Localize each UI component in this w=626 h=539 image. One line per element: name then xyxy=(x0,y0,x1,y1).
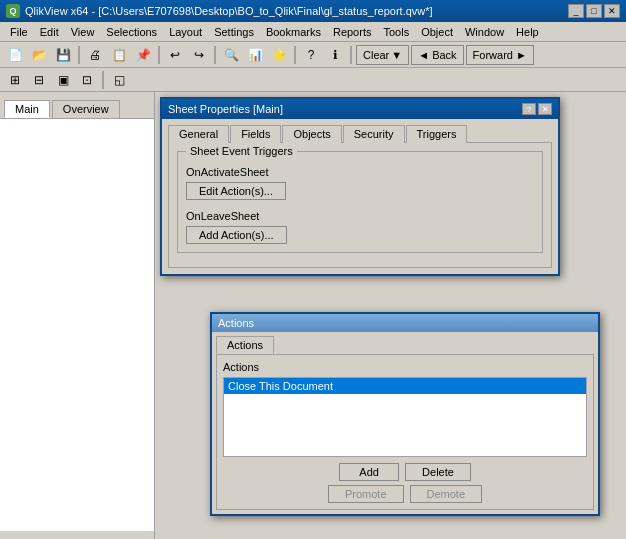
chart-btn[interactable]: 📊 xyxy=(244,45,266,65)
actions-inner-tabs: Actions xyxy=(216,336,594,354)
promote-button[interactable]: Promote xyxy=(328,485,404,503)
maximize-btn[interactable]: □ xyxy=(586,4,602,18)
menu-tools[interactable]: Tools xyxy=(377,25,415,39)
actions-title: Actions xyxy=(212,314,598,332)
toolbar-1: 📄 📂 💾 🖨 📋 📌 ↩ ↪ 🔍 📊 ⭐ ? ℹ Clear ▼ ◄ Back… xyxy=(0,42,626,68)
menu-layout[interactable]: Layout xyxy=(163,25,208,39)
tb2-btn3[interactable]: ▣ xyxy=(52,70,74,90)
menu-view[interactable]: View xyxy=(65,25,101,39)
props-tab-strip: General Fields Objects Security Triggers xyxy=(168,125,552,143)
menu-help[interactable]: Help xyxy=(510,25,545,39)
tab-overview[interactable]: Overview xyxy=(52,100,120,118)
on-activate-label: OnActivateSheet xyxy=(186,166,534,178)
actions-dialog: Actions Actions Actions Close This Docum… xyxy=(210,312,600,516)
triggers-content: Sheet Event Triggers OnActivateSheet Edi… xyxy=(168,142,552,268)
sheet-props-titlebar: Sheet Properties [Main] ? ✕ xyxy=(162,99,558,119)
on-leave-label: OnLeaveSheet xyxy=(186,210,534,222)
section-label: Sheet Event Triggers xyxy=(186,145,297,157)
sheet-properties-dialog: Sheet Properties [Main] ? ✕ General Fiel… xyxy=(160,97,560,276)
actions-body: Actions Actions Close This Document Add … xyxy=(212,332,598,514)
tb2-btn2[interactable]: ⊟ xyxy=(28,70,50,90)
actions-inner-content: Actions Close This Document Add Delete P… xyxy=(216,354,594,510)
forward-button[interactable]: Forward ► xyxy=(466,45,534,65)
actions-list[interactable]: Close This Document xyxy=(223,377,587,457)
tab-main[interactable]: Main xyxy=(4,100,50,118)
tb2-btn5[interactable]: ◱ xyxy=(108,70,130,90)
menu-settings[interactable]: Settings xyxy=(208,25,260,39)
menu-edit[interactable]: Edit xyxy=(34,25,65,39)
sheet-tab-strip: Main Overview xyxy=(0,96,154,118)
menu-file[interactable]: File xyxy=(4,25,34,39)
menu-bookmarks[interactable]: Bookmarks xyxy=(260,25,327,39)
app-icon: Q xyxy=(6,4,20,18)
sheet-props-body: General Fields Objects Security Triggers… xyxy=(162,119,558,274)
tb2-btn1[interactable]: ⊞ xyxy=(4,70,26,90)
menu-reports[interactable]: Reports xyxy=(327,25,378,39)
add-button[interactable]: Add xyxy=(339,463,399,481)
save-btn[interactable]: 💾 xyxy=(52,45,74,65)
clear-button[interactable]: Clear ▼ xyxy=(356,45,409,65)
sep2 xyxy=(158,46,160,64)
menu-object[interactable]: Object xyxy=(415,25,459,39)
star-btn[interactable]: ⭐ xyxy=(268,45,290,65)
sheet-props-controls: ? ✕ xyxy=(522,103,552,115)
title-controls: _ □ ✕ xyxy=(568,4,620,18)
open-btn[interactable]: 📂 xyxy=(28,45,50,65)
clear-dropdown-icon: ▼ xyxy=(391,49,402,61)
copy-btn[interactable]: 📋 xyxy=(108,45,130,65)
print-btn[interactable]: 🖨 xyxy=(84,45,106,65)
search-btn[interactable]: 🔍 xyxy=(220,45,242,65)
menu-selections[interactable]: Selections xyxy=(100,25,163,39)
tab-objects[interactable]: Objects xyxy=(282,125,341,143)
sep3 xyxy=(214,46,216,64)
toolbar-2: ⊞ ⊟ ▣ ⊡ ◱ xyxy=(0,68,626,92)
title-bar: Q QlikView x64 - [C:\Users\E707698\Deskt… xyxy=(0,0,626,22)
clear-label: Clear xyxy=(363,49,389,61)
sep1 xyxy=(78,46,80,64)
info-btn[interactable]: ℹ xyxy=(324,45,346,65)
left-panel: Main Overview xyxy=(0,92,155,539)
back-button[interactable]: ◄ Back xyxy=(411,45,463,65)
tab-fields[interactable]: Fields xyxy=(230,125,281,143)
sheet-event-triggers-box: Sheet Event Triggers OnActivateSheet Edi… xyxy=(177,151,543,253)
sheet-props-title: Sheet Properties [Main] xyxy=(168,103,283,115)
sheet-content xyxy=(0,118,154,531)
app-title: QlikView x64 - [C:\Users\E707698\Desktop… xyxy=(25,5,433,17)
add-action-btn[interactable]: Add Action(s)... xyxy=(186,226,287,244)
actions-btn-row-2: Promote Demote xyxy=(223,485,587,503)
edit-action-btn[interactable]: Edit Action(s)... xyxy=(186,182,286,200)
minimize-btn[interactable]: _ xyxy=(568,4,584,18)
back-label: ◄ Back xyxy=(418,49,456,61)
undo-btn[interactable]: ↩ xyxy=(164,45,186,65)
help-icon-btn[interactable]: ? xyxy=(300,45,322,65)
forward-label: Forward ► xyxy=(473,49,527,61)
menu-bar: File Edit View Selections Layout Setting… xyxy=(0,22,626,42)
tb2-btn4[interactable]: ⊡ xyxy=(76,70,98,90)
menu-window[interactable]: Window xyxy=(459,25,510,39)
actions-title-label: Actions xyxy=(218,317,254,329)
actions-sub-label: Actions xyxy=(223,361,587,373)
paste-btn[interactable]: 📌 xyxy=(132,45,154,65)
delete-button[interactable]: Delete xyxy=(405,463,471,481)
actions-inner-tab-actions[interactable]: Actions xyxy=(216,336,274,354)
sheet-props-help[interactable]: ? xyxy=(522,103,536,115)
actions-btn-row-1: Add Delete xyxy=(223,463,587,481)
sep4 xyxy=(294,46,296,64)
tab-security[interactable]: Security xyxy=(343,125,405,143)
sheet-props-close[interactable]: ✕ xyxy=(538,103,552,115)
tab-triggers[interactable]: Triggers xyxy=(406,125,468,143)
sep5 xyxy=(350,46,352,64)
dialog-area: Sheet Properties [Main] ? ✕ General Fiel… xyxy=(155,92,626,539)
new-btn[interactable]: 📄 xyxy=(4,45,26,65)
list-item[interactable]: Close This Document xyxy=(224,378,586,394)
sep6 xyxy=(102,71,104,89)
close-btn[interactable]: ✕ xyxy=(604,4,620,18)
demote-button[interactable]: Demote xyxy=(410,485,483,503)
redo-btn[interactable]: ↪ xyxy=(188,45,210,65)
tab-general[interactable]: General xyxy=(168,125,229,143)
main-area: Main Overview Sheet Properties [Main] ? … xyxy=(0,92,626,539)
